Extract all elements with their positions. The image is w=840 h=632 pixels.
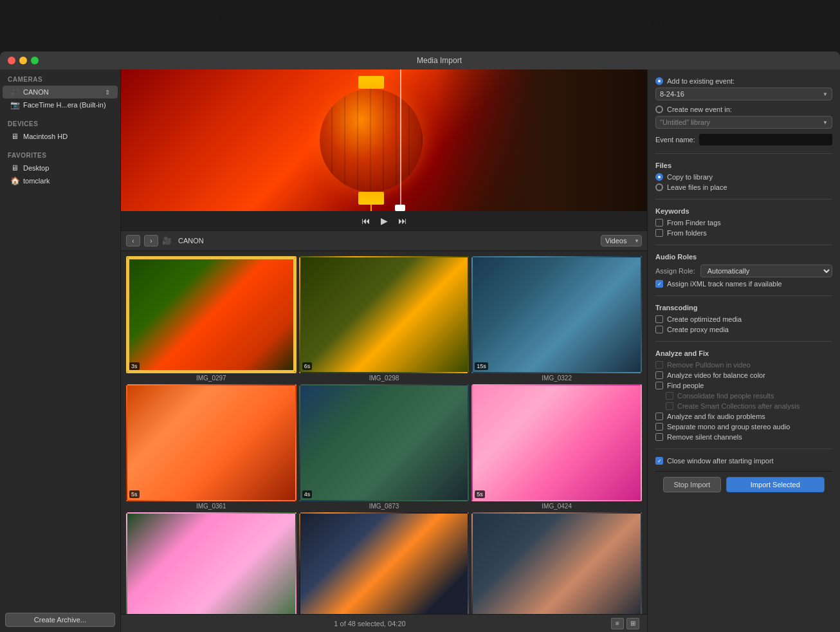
clip-thumb-0829: 2s	[471, 512, 642, 614]
ixml-checkbox[interactable]	[655, 280, 663, 288]
sidebar-item-canon[interactable]: 🎥 CANON ⇕	[3, 86, 118, 98]
copy-to-library-row: Copy to library	[655, 173, 832, 181]
scrubber-handle[interactable]	[395, 205, 405, 211]
favorites-label: FAVORITES	[0, 151, 120, 162]
ixml-label: Assign iXML track names if available	[667, 280, 782, 288]
clip-item-0298[interactable]: 6sIMG_0298	[299, 256, 470, 382]
clip-duration-0873: 4s	[302, 490, 313, 498]
smart-collections-checkbox[interactable]	[666, 402, 673, 410]
cameras-label: CAMERAS	[0, 75, 120, 86]
analyze-audio-checkbox[interactable]	[655, 413, 663, 420]
optimized-media-label: Create optimized media	[667, 315, 742, 323]
close-window-row: Close window after starting import	[655, 457, 832, 465]
add-to-event-label: Add to existing event:	[667, 77, 735, 85]
clip-item-0361[interactable]: 5sIMG_0361	[126, 384, 297, 510]
analyze-section: Analyze and Fix Remove Pulldown in video…	[655, 349, 832, 441]
forward-button[interactable]: ›	[144, 235, 158, 246]
window-title: Media Import	[46, 56, 832, 65]
create-archive-button[interactable]: Create Archive...	[5, 613, 115, 627]
untitled-library-dropdown[interactable]: "Untitled" library ▼	[655, 116, 832, 129]
from-folders-row: From folders	[655, 229, 832, 237]
skip-backward-button[interactable]: ⏮	[361, 216, 370, 226]
add-to-event-radio[interactable]	[655, 77, 663, 85]
event-dropdown-arrow-icon: ▼	[823, 91, 828, 97]
favorites-section: FAVORITES 🖥 Desktop 🏠 tomclark	[0, 145, 120, 190]
copy-to-library-radio[interactable]	[655, 173, 663, 181]
back-button[interactable]: ‹	[126, 235, 140, 246]
optimized-media-checkbox[interactable]	[655, 315, 663, 323]
files-title: Files	[655, 162, 832, 169]
tomclark-label: tomclark	[23, 177, 50, 185]
clip-thumb-0424: 5s	[471, 384, 642, 501]
status-text: 1 of 48 selected, 04:20	[129, 620, 611, 627]
clip-grid: 3sIMG_02976sIMG_029815sIMG_03225sIMG_036…	[121, 251, 647, 614]
from-folders-checkbox[interactable]	[655, 229, 663, 237]
analyze-audio-label: Analyze and fix audio problems	[667, 413, 765, 420]
create-new-event-label: Create new event in:	[667, 106, 732, 113]
clip-item-0424[interactable]: 5sIMG_0424	[471, 384, 642, 510]
view-select[interactable]: Videos Photos All Clips	[601, 235, 642, 246]
playback-controls: ⏮ ▶ ⏭	[121, 211, 647, 230]
skip-forward-button[interactable]: ⏭	[398, 216, 407, 226]
sidebar-item-macintosh[interactable]: 🖥 Macintosh HD	[3, 130, 118, 143]
divider-5	[655, 341, 832, 342]
smart-collections-row: Create Smart Collections after analysis	[655, 402, 832, 410]
clip-item-0730[interactable]: 17sIMG_0730	[299, 512, 470, 614]
leave-files-radio[interactable]	[655, 183, 663, 191]
sidebar-item-facetime[interactable]: 📷 FaceTime H...era (Built-in)	[3, 98, 118, 111]
transcoding-title: Transcoding	[655, 304, 832, 311]
consolidate-checkbox[interactable]	[666, 392, 673, 400]
clip-selected-overlay-0297	[127, 257, 295, 372]
transcoding-section: Transcoding Create optimized media Creat…	[655, 304, 832, 333]
clip-name-0322: IMG_0322	[471, 375, 642, 382]
minimize-button[interactable]	[19, 57, 27, 64]
assign-role-row: Assign Role: Automatically	[655, 265, 832, 277]
playback-annotation: Playback controls	[219, 12, 284, 24]
remove-silent-checkbox[interactable]	[655, 433, 663, 441]
divider-6	[655, 449, 832, 449]
devices-section: DEVICES 🖥 Macintosh HD	[0, 114, 120, 145]
clip-item-0829[interactable]: 2sIMG_0829	[471, 512, 642, 614]
clip-duration-0298: 6s	[302, 362, 313, 370]
list-view-button[interactable]: ≡	[611, 618, 624, 629]
remove-pulldown-checkbox[interactable]	[655, 361, 663, 369]
finder-tags-checkbox[interactable]	[655, 219, 663, 227]
divider-2	[655, 199, 832, 200]
event-name-input[interactable]	[699, 134, 832, 145]
analyze-balance-checkbox[interactable]	[655, 371, 663, 379]
facetime-icon: 📷	[10, 100, 19, 109]
create-new-event-radio[interactable]	[655, 106, 663, 113]
clip-item-0297[interactable]: 3sIMG_0297	[126, 256, 297, 382]
facetime-label: FaceTime H...era (Built-in)	[23, 101, 106, 109]
clip-name-0873: IMG_0873	[299, 503, 470, 510]
play-button[interactable]: ▶	[381, 216, 388, 226]
clip-thumb-0298: 6s	[299, 256, 470, 373]
clip-item-0873[interactable]: 4sIMG_0873	[299, 384, 470, 510]
preview-image	[121, 70, 647, 211]
media-import-window: Media Import CAMERAS 🎥 CANON ⇕ 📷 FaceTim…	[0, 51, 840, 632]
find-people-checkbox[interactable]	[655, 382, 663, 389]
separate-mono-checkbox[interactable]	[655, 423, 663, 431]
close-window-checkbox[interactable]	[655, 457, 663, 465]
divider-1	[655, 153, 832, 154]
clip-item-0322[interactable]: 15sIMG_0322	[471, 256, 642, 382]
keywords-title: Keywords	[655, 207, 832, 215]
sidebar: CAMERAS 🎥 CANON ⇕ 📷 FaceTime H...era (Bu…	[0, 70, 121, 632]
sidebar-item-tomclark[interactable]: 🏠 tomclark	[3, 174, 118, 187]
divider-4	[655, 295, 832, 296]
consolidate-label: Consolidate find people results	[677, 392, 774, 400]
grid-view-button[interactable]: ⊞	[626, 618, 639, 629]
hd-icon: 🖥	[10, 132, 19, 141]
canon-label: CANON	[23, 88, 49, 96]
clip-item-0453[interactable]: 22sIMG_0453	[126, 512, 297, 614]
assign-role-select[interactable]: Automatically	[700, 265, 832, 277]
right-panel: Add to existing event: 8-24-16 ▼ Create …	[647, 70, 840, 632]
event-dropdown[interactable]: 8-24-16 ▼	[655, 88, 832, 100]
stop-import-button[interactable]: Stop Import	[663, 477, 721, 492]
proxy-media-checkbox[interactable]	[655, 326, 663, 333]
sidebar-item-desktop[interactable]: 🖥 Desktop	[3, 162, 118, 174]
maximize-button[interactable]	[31, 57, 39, 64]
remove-pulldown-label: Remove Pulldown in video	[667, 361, 751, 369]
close-button[interactable]	[8, 57, 15, 64]
import-selected-button[interactable]: Import Selected	[726, 477, 825, 492]
